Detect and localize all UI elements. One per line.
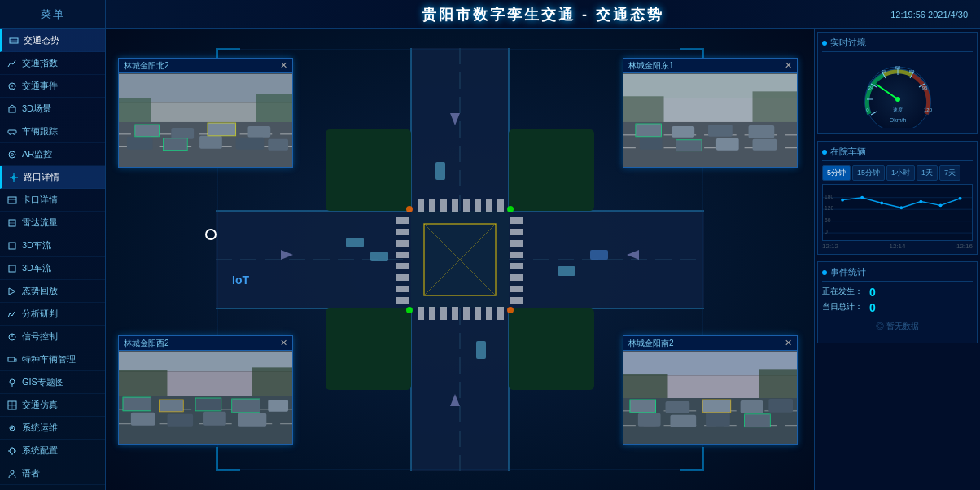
svg-point-9 xyxy=(9,151,15,158)
svg-point-212 xyxy=(959,197,962,200)
svg-rect-77 xyxy=(510,263,523,269)
cam-close-se[interactable]: ✕ xyxy=(785,338,792,348)
sidebar-item-3d-scene[interactable]: 3D场景 xyxy=(0,98,105,120)
radar-flow-icon xyxy=(7,217,18,229)
speed-section: 实时过境 xyxy=(817,32,978,134)
svg-rect-23 xyxy=(8,357,15,361)
svg-rect-5 xyxy=(9,107,15,112)
chart-label-1: 12:12 xyxy=(822,243,838,250)
cam-body-ne xyxy=(623,73,797,168)
sidebar-item-ar-monitor[interactable]: AR监控 xyxy=(0,143,105,166)
svg-rect-49 xyxy=(418,199,424,212)
sidebar-logo: 菜单 xyxy=(0,0,105,29)
svg-rect-61 xyxy=(463,307,470,320)
sidebar-item-intersection-detail[interactable]: 路口详情 xyxy=(0,166,105,189)
svg-point-95 xyxy=(507,307,514,313)
camera-panel-nw: 林城金阳北2 ✕ xyxy=(118,58,293,168)
svg-rect-74 xyxy=(510,229,523,235)
sidebar-item-3d-car-flow2[interactable]: 3D车流 xyxy=(0,257,105,280)
no-data-text: ◎ 暂无数据 xyxy=(822,314,973,339)
svg-rect-131 xyxy=(749,125,775,138)
cam-close-nw[interactable]: ✕ xyxy=(280,60,287,71)
svg-rect-55 xyxy=(486,199,492,212)
sidebar-item-gis-map[interactable]: GIS专题图 xyxy=(0,371,105,394)
svg-rect-172 xyxy=(706,413,730,427)
svg-point-31 xyxy=(10,448,15,453)
svg-rect-155 xyxy=(252,367,292,396)
sidebar-label-traffic-index: 交通指数 xyxy=(22,57,58,69)
camera-panel-sw: 林城金阳西2 ✕ xyxy=(118,335,293,445)
svg-rect-80 xyxy=(510,297,523,304)
sidebar-item-vehicle-track[interactable]: 车辆跟踪 xyxy=(0,120,105,143)
sidebar-item-traffic-sim[interactable]: 交通仿真 xyxy=(0,394,105,417)
tab-5min[interactable]: 5分钟 xyxy=(822,165,851,181)
svg-rect-154 xyxy=(119,370,167,396)
cam-header-nw: 林城金阳北2 ✕ xyxy=(119,59,292,73)
command-control-icon xyxy=(7,331,18,343)
chart-x-labels: 12:12 12:14 12:16 xyxy=(822,243,973,250)
svg-rect-133 xyxy=(676,140,702,151)
sidebar-item-checkpoint-detail[interactable]: 卡口详情 xyxy=(0,189,105,212)
sidebar-label-3d-scene: 3D场景 xyxy=(22,103,51,115)
sidebar-item-gesture-playback[interactable]: 态势回放 xyxy=(0,280,105,303)
svg-text:60: 60 xyxy=(895,65,900,70)
svg-point-94 xyxy=(406,307,413,313)
svg-rect-88 xyxy=(326,129,411,211)
svg-rect-113 xyxy=(127,137,153,150)
sidebar-item-traffic-event[interactable]: 交通事件 xyxy=(0,75,105,98)
gauge-container: 0 24 48 60 84 96 120 Okm/h 速度 xyxy=(822,56,973,129)
svg-rect-53 xyxy=(463,199,470,212)
chart-label-2: 12:14 xyxy=(889,243,905,250)
svg-rect-152 xyxy=(203,412,226,426)
svg-rect-149 xyxy=(268,400,288,412)
svg-rect-169 xyxy=(768,399,793,413)
tab-7days[interactable]: 7天 xyxy=(939,165,960,181)
sidebar-item-traffic-index[interactable]: 交通指数 xyxy=(0,52,105,75)
svg-rect-57 xyxy=(418,307,424,320)
svg-rect-60 xyxy=(452,307,458,320)
users-icon xyxy=(7,468,18,479)
svg-point-210 xyxy=(919,200,922,203)
cam-close-ne[interactable]: ✕ xyxy=(785,60,792,71)
sidebar-item-3d-car-flow1[interactable]: 3D车流 xyxy=(0,234,105,257)
cam-body-sw xyxy=(119,351,292,445)
cam-scene-se xyxy=(623,351,797,445)
tab-1day[interactable]: 1天 xyxy=(917,165,938,181)
svg-text:48: 48 xyxy=(881,69,886,74)
svg-rect-69 xyxy=(396,263,409,269)
svg-rect-115 xyxy=(199,136,222,149)
svg-rect-18 xyxy=(9,243,15,249)
sidebar-label-ar-monitor: AR监控 xyxy=(22,148,52,160)
svg-rect-98 xyxy=(558,266,575,276)
tab-15min[interactable]: 15分钟 xyxy=(852,165,885,181)
sidebar-item-users[interactable]: 语者 xyxy=(0,462,105,485)
sidebar-item-system-config[interactable]: 系统配置 xyxy=(0,440,105,462)
svg-text:120: 120 xyxy=(923,107,932,112)
svg-marker-20 xyxy=(9,288,15,295)
svg-rect-109 xyxy=(135,125,160,137)
sidebar-item-traffic-status[interactable]: 交通态势 xyxy=(0,29,105,52)
svg-text:速度: 速度 xyxy=(893,107,903,112)
tab-1hour[interactable]: 1小时 xyxy=(886,165,915,181)
svg-rect-54 xyxy=(475,199,481,212)
main-map[interactable]: IoT 林城金阳北2 ✕ xyxy=(106,29,814,490)
sidebar-label-analysis-judge: 分析研判 xyxy=(22,308,58,320)
sidebar-item-system-run[interactable]: 系统运维 xyxy=(0,417,105,440)
svg-rect-147 xyxy=(195,398,221,411)
sidebar-item-radar-flow[interactable]: 雷达流量 xyxy=(0,212,105,234)
sidebar-item-special-vehicle[interactable]: 特种车辆管理 xyxy=(0,348,105,371)
svg-rect-78 xyxy=(510,274,523,281)
svg-rect-118 xyxy=(119,98,151,122)
cam-close-sw[interactable]: ✕ xyxy=(280,338,287,348)
sidebar-item-command-control[interactable]: 信号控制 xyxy=(0,326,105,348)
sidebar-item-analysis-judge[interactable]: 分析研判 xyxy=(0,303,105,326)
sidebar-label-checkpoint-detail: 卡口详情 xyxy=(22,194,58,206)
event-today-label: 当日总计： xyxy=(822,301,863,314)
svg-rect-153 xyxy=(238,413,267,427)
svg-rect-119 xyxy=(256,94,292,122)
svg-text:0: 0 xyxy=(825,229,828,234)
svg-rect-96 xyxy=(346,238,364,247)
vehicles-section: 在院车辆 5分钟 15分钟 1小时 1天 7天 180 120 60 0 xyxy=(817,141,978,255)
header: 贵阳市数字孪生交通 - 交通态势 12:19:56 2021/4/30 xyxy=(106,0,980,29)
svg-point-92 xyxy=(406,206,413,212)
